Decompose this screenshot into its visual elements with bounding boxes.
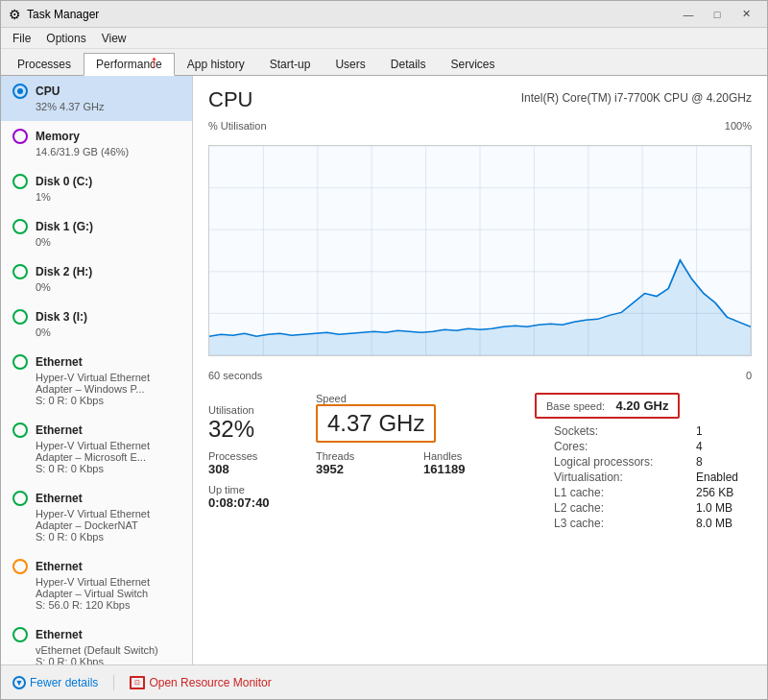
logical-label: Logical processors: <box>554 455 688 469</box>
cpu-title: CPU <box>208 87 252 112</box>
sidebar-item-ethernet4[interactable]: Ethernet Hyper-V Virtual Ethernet Adapte… <box>1 551 192 619</box>
sidebar-item-disk3[interactable]: Disk 3 (I:) 0% <box>1 302 192 347</box>
tab-app-history[interactable]: App history <box>175 52 257 75</box>
ethernet3-icon <box>12 491 28 506</box>
speed-block: Speed 4.37 GHz <box>316 393 436 443</box>
monitor-icon: ⊡ <box>130 676 145 689</box>
chart-label-top: % Utilisation 100% <box>208 120 752 132</box>
cpu-stats-lower: Utilisation 32% Speed 4.37 GHz <box>208 393 752 530</box>
uptime-block: Up time 0:08:07:40 <box>208 484 500 510</box>
base-speed-box: Base speed: 4.20 GHz <box>535 393 680 419</box>
sidebar-item-disk0[interactable]: Disk 0 (C:) 1% <box>1 166 192 211</box>
task-manager-window: ⚙ Task Manager — □ ✕ File Options View P… <box>0 0 768 700</box>
sidebar-item-ethernet1[interactable]: Ethernet Hyper-V Virtual Ethernet Adapte… <box>1 347 192 415</box>
sidebar-item-disk1[interactable]: Disk 1 (G:) 0% <box>1 211 192 256</box>
handles-block: Handles 161189 <box>423 450 500 476</box>
tab-details[interactable]: Details <box>378 52 439 75</box>
l2-value: 1.0 MB <box>696 501 752 515</box>
minimize-button[interactable]: — <box>675 5 702 24</box>
l3-value: 8.0 MB <box>696 517 752 530</box>
fewer-icon: ▼ <box>12 676 26 689</box>
cpu-info-right: Base speed: 4.20 GHz Sockets: 1 Cores: 4… <box>535 393 752 530</box>
cores-label: Cores: <box>554 440 688 453</box>
disk0-icon <box>12 174 28 189</box>
arrow-indicator: ↑ <box>150 52 158 72</box>
bottom-divider <box>113 675 114 690</box>
sidebar: CPU 32% 4.37 GHz Memory 14.6/31.9 GB (46… <box>1 76 193 664</box>
disk2-icon <box>12 264 28 279</box>
tab-services[interactable]: Services <box>438 52 507 75</box>
window-title: Task Manager <box>27 8 99 21</box>
tab-processes[interactable]: Processes <box>5 52 84 75</box>
bottom-bar: ▼ Fewer details ⊡ Open Resource Monitor <box>1 664 767 699</box>
utilisation-block: Utilisation 32% <box>208 404 285 443</box>
memory-icon <box>12 129 28 144</box>
utilisation-label: % Utilisation <box>208 120 267 132</box>
cpu-header: CPU Intel(R) Core(TM) i7-7700K CPU @ 4.2… <box>208 87 752 112</box>
ethernet4-icon <box>12 559 28 574</box>
cpu-stats-left: Utilisation 32% Speed 4.37 GHz <box>208 393 519 530</box>
processes-block: Processes 308 <box>208 450 285 476</box>
sidebar-item-disk2[interactable]: Disk 2 (H:) 0% <box>1 256 192 302</box>
chart-max: 100% <box>725 120 752 132</box>
main-content: CPU 32% 4.37 GHz Memory 14.6/31.9 GB (46… <box>1 76 767 664</box>
title-bar: ⚙ Task Manager — □ ✕ <box>1 1 767 28</box>
tab-startup[interactable]: Start-up <box>257 52 324 75</box>
virtualisation-value: Enabled <box>696 471 752 484</box>
window-icon: ⚙ <box>9 7 21 22</box>
sockets-label: Sockets: <box>554 424 688 438</box>
ethernet1-icon <box>12 354 28 370</box>
l1-label: L1 cache: <box>554 486 688 499</box>
sidebar-item-ethernet5[interactable]: Ethernet vEthernet (Default Switch) S: 0… <box>1 619 192 664</box>
disk1-icon <box>12 219 28 234</box>
cpu-info-grid: Sockets: 1 Cores: 4 Logical processors: … <box>554 424 752 530</box>
tabs-bar: Processes Performance ↑ App history Star… <box>1 49 767 76</box>
sidebar-item-ethernet3[interactable]: Ethernet Hyper-V Virtual Ethernet Adapte… <box>1 483 192 551</box>
l2-label: L2 cache: <box>554 501 688 515</box>
disk3-icon <box>12 309 28 325</box>
ethernet5-icon <box>12 627 28 642</box>
fewer-details-link[interactable]: ▼ Fewer details <box>12 676 98 689</box>
tab-performance[interactable]: Performance ↑ <box>84 53 175 76</box>
cpu-chart-svg <box>209 146 751 355</box>
maximize-button[interactable]: □ <box>704 5 731 24</box>
virtualisation-label: Virtualisation: <box>554 471 688 484</box>
close-button[interactable]: ✕ <box>732 5 759 24</box>
chart-time-left: 60 seconds <box>208 370 262 381</box>
menu-bar: File Options View <box>1 28 767 49</box>
menu-file[interactable]: File <box>5 30 38 47</box>
sidebar-item-memory[interactable]: Memory 14.6/31.9 GB (46%) <box>1 121 192 166</box>
cpu-icon <box>12 84 28 99</box>
logical-value: 8 <box>696 455 752 469</box>
chart-time-right: 0 <box>746 370 752 381</box>
l3-label: L3 cache: <box>554 517 688 530</box>
l1-value: 256 KB <box>696 486 752 499</box>
menu-options[interactable]: Options <box>38 30 93 47</box>
chart-label-bottom: 60 seconds 0 <box>208 370 752 381</box>
cpu-model: Intel(R) Core(TM) i7-7700K CPU @ 4.20GHz <box>521 91 752 105</box>
base-speed-row: Base speed: 4.20 GHz <box>535 393 752 419</box>
speed-box: 4.37 GHz <box>316 404 436 443</box>
cpu-chart <box>208 145 752 356</box>
sockets-value: 1 <box>696 424 752 438</box>
threads-block: Threads 3952 <box>316 450 393 476</box>
cores-value: 4 <box>696 440 752 453</box>
sidebar-item-ethernet2[interactable]: Ethernet Hyper-V Virtual Ethernet Adapte… <box>1 415 192 483</box>
sidebar-item-cpu[interactable]: CPU 32% 4.37 GHz <box>1 76 192 121</box>
cpu-detail-panel: CPU Intel(R) Core(TM) i7-7700K CPU @ 4.2… <box>193 76 767 664</box>
tab-users[interactable]: Users <box>323 52 377 75</box>
open-monitor-link[interactable]: ⊡ Open Resource Monitor <box>130 676 271 689</box>
menu-view[interactable]: View <box>94 30 134 47</box>
ethernet2-icon <box>12 422 28 438</box>
